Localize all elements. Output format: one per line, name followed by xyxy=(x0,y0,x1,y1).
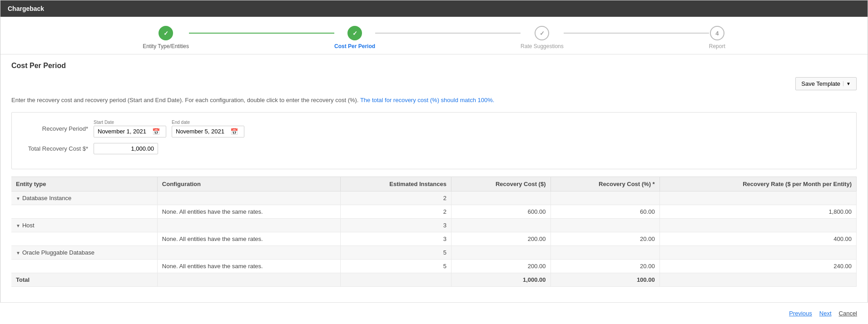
total-recovery-cost-dollar: 1,000.00 xyxy=(451,273,551,286)
app-container: Chargeback ✓ Entity Type/Entities ✓ Cost… xyxy=(0,0,868,324)
save-template-arrow: ▼ xyxy=(843,81,851,86)
end-date-field: End date 📅 xyxy=(172,120,244,137)
stepper-line-1 xyxy=(189,33,334,34)
group-estimated-instances: 2 xyxy=(341,191,451,205)
save-template-label: Save Template xyxy=(801,80,840,87)
col-recovery-cost-dollar: Recovery Cost ($) xyxy=(451,177,551,191)
step2-circle: ✓ xyxy=(347,26,362,40)
data-entity-type xyxy=(11,232,157,245)
cancel-button[interactable]: Cancel xyxy=(839,310,857,317)
group-entity-type: ▼Database Instance xyxy=(11,191,157,205)
table-total-row: Total 1,000.00 100.00 xyxy=(11,273,857,286)
total-recovery-cost-pct: 100.00 xyxy=(551,273,660,286)
previous-button[interactable]: Previous xyxy=(789,310,812,317)
step4-label: Report xyxy=(709,43,725,49)
table-data-row: None. All entities have the same rates. … xyxy=(11,232,857,245)
expand-icon[interactable]: ▼ xyxy=(16,223,20,228)
total-label: Total xyxy=(11,273,157,286)
table-group-header-row: ▼Oracle Pluggable Database 5 xyxy=(11,245,857,259)
data-estimated-instances: 3 xyxy=(341,232,451,245)
expand-icon[interactable]: ▼ xyxy=(16,250,20,255)
total-cost-label: Total Recovery Cost $* xyxy=(21,145,94,152)
group-recovery-rate xyxy=(660,191,856,205)
group-entity-type: ▼Oracle Pluggable Database xyxy=(11,245,157,259)
data-recovery-rate: 1,800.00 xyxy=(660,205,856,218)
group-entity-type: ▼Host xyxy=(11,218,157,232)
expand-icon[interactable]: ▼ xyxy=(16,196,20,201)
next-button[interactable]: Next xyxy=(819,310,832,317)
total-cost-row: Total Recovery Cost $* xyxy=(21,143,847,154)
data-entity-type xyxy=(11,259,157,273)
group-recovery-cost-pct xyxy=(551,245,660,259)
group-configuration xyxy=(157,218,340,232)
toolbar-row: Save Template ▼ xyxy=(11,77,857,90)
instruction-main: Enter the recovery cost and recovery per… xyxy=(11,97,358,103)
form-panel: Recovery Period* Start Date 📅 End date xyxy=(11,112,857,169)
col-configuration: Configuration xyxy=(157,177,340,191)
group-recovery-rate xyxy=(660,245,856,259)
app-title: Chargeback xyxy=(8,5,44,12)
step3-label: Rate Suggestions xyxy=(521,43,564,49)
col-entity-type: Entity type xyxy=(11,177,157,191)
group-configuration xyxy=(157,245,340,259)
data-recovery-cost-dollar: 200.00 xyxy=(451,259,551,273)
group-recovery-cost-dollar xyxy=(451,245,551,259)
data-configuration[interactable]: None. All entities have the same rates. xyxy=(157,259,340,273)
data-recovery-cost-pct[interactable]: 20.00 xyxy=(551,232,660,245)
group-recovery-cost-dollar xyxy=(451,191,551,205)
end-date-input[interactable] xyxy=(176,128,230,135)
group-recovery-cost-dollar xyxy=(451,218,551,232)
data-recovery-cost-pct[interactable]: 20.00 xyxy=(551,259,660,273)
start-date-field: Start Date 📅 xyxy=(94,120,166,137)
step2-label: Cost Per Period xyxy=(334,43,375,49)
stepper-step-1: ✓ Entity Type/Entities xyxy=(143,26,189,49)
data-recovery-cost-pct[interactable]: 60.00 xyxy=(551,205,660,218)
page-title: Cost Per Period xyxy=(11,62,857,70)
data-recovery-cost-dollar: 600.00 xyxy=(451,205,551,218)
table-data-row: None. All entities have the same rates. … xyxy=(11,259,857,273)
data-estimated-instances: 5 xyxy=(341,259,451,273)
total-estimated-instances xyxy=(341,273,451,286)
group-recovery-cost-pct xyxy=(551,191,660,205)
data-recovery-rate: 400.00 xyxy=(660,232,856,245)
start-date-wrap: 📅 xyxy=(94,126,166,137)
table-data-row: None. All entities have the same rates. … xyxy=(11,205,857,218)
stepper-line-3 xyxy=(564,33,709,34)
end-date-wrap: 📅 xyxy=(172,126,244,137)
total-recovery-rate xyxy=(660,273,856,286)
group-estimated-instances: 3 xyxy=(341,218,451,232)
recovery-period-label: Recovery Period* xyxy=(21,125,94,132)
end-date-calendar-icon[interactable]: 📅 xyxy=(230,128,238,135)
step4-circle: 4 xyxy=(710,26,724,40)
stepper: ✓ Entity Type/Entities ✓ Cost Per Period… xyxy=(0,17,868,54)
group-recovery-cost-pct xyxy=(551,218,660,232)
col-recovery-rate: Recovery Rate ($ per Month per Entity) xyxy=(660,177,856,191)
data-configuration[interactable]: None. All entities have the same rates. xyxy=(157,205,340,218)
content-area: Cost Per Period Save Template ▼ Enter th… xyxy=(0,54,868,294)
app-header: Chargeback xyxy=(0,0,868,17)
stepper-step-4: 4 Report xyxy=(709,26,725,49)
start-date-sublabel: Start Date xyxy=(94,120,166,125)
group-configuration xyxy=(157,191,340,205)
group-recovery-rate xyxy=(660,218,856,232)
data-recovery-cost-dollar: 200.00 xyxy=(451,232,551,245)
start-date-input[interactable] xyxy=(98,128,152,135)
total-cost-input[interactable] xyxy=(94,143,158,154)
recovery-period-row: Recovery Period* Start Date 📅 End date xyxy=(21,120,847,137)
end-date-sublabel: End date xyxy=(172,120,244,125)
start-date-calendar-icon[interactable]: 📅 xyxy=(152,128,160,135)
data-configuration[interactable]: None. All entities have the same rates. xyxy=(157,232,340,245)
save-template-button[interactable]: Save Template ▼ xyxy=(795,77,857,90)
stepper-step-2: ✓ Cost Per Period xyxy=(334,26,375,49)
step3-circle: ✓ xyxy=(535,26,549,40)
step1-circle: ✓ xyxy=(159,26,173,40)
col-estimated-instances: Estimated Instances xyxy=(341,177,451,191)
data-recovery-rate: 240.00 xyxy=(660,259,856,273)
instruction-highlight: The total for recovery cost (%) should m… xyxy=(360,97,495,103)
data-estimated-instances: 2 xyxy=(341,205,451,218)
group-estimated-instances: 5 xyxy=(341,245,451,259)
total-configuration xyxy=(157,273,340,286)
step1-label: Entity Type/Entities xyxy=(143,43,189,49)
footer-nav: Previous Next Cancel xyxy=(0,302,868,324)
date-group: Start Date 📅 End date 📅 xyxy=(94,120,244,137)
